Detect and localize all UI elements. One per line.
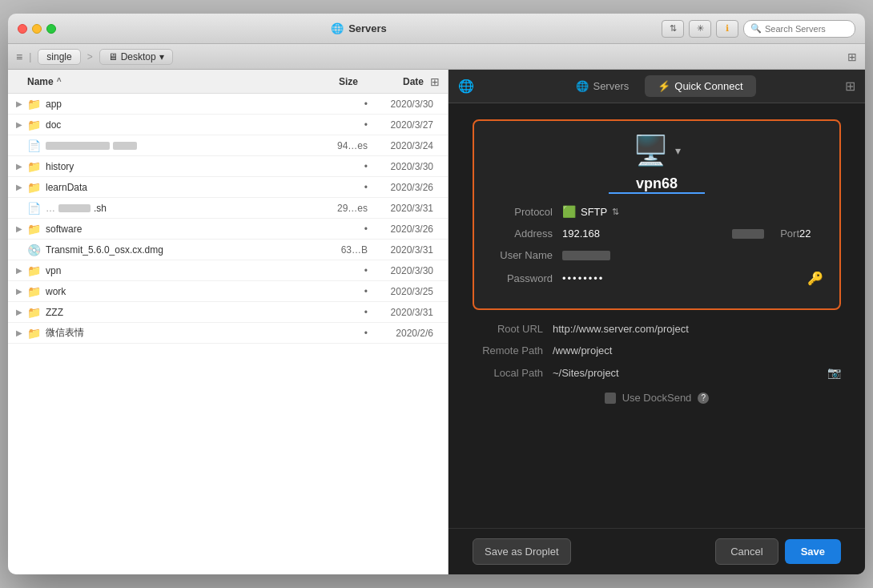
expand-icon[interactable]: ▶ (16, 183, 27, 191)
minimize-button[interactable] (32, 24, 42, 34)
folder-icon: 📁 (27, 285, 41, 298)
view-icon[interactable]: ⊞ (430, 75, 440, 88)
browse-icon[interactable]: 📷 (827, 366, 841, 379)
password-dots: •••••••• (562, 272, 604, 284)
protocol-arrows: ⇅ (612, 207, 619, 217)
username-label: User Name (490, 249, 562, 261)
tab-quick-connect[interactable]: ⚡ Quick Connect (645, 75, 755, 97)
remote-path-label: Remote Path (473, 344, 553, 356)
panel-grid-icon[interactable]: ⊞ (845, 79, 855, 94)
expand-icon[interactable]: ▶ (16, 99, 27, 108)
column-size: Size (294, 76, 358, 87)
server-name-input[interactable] (609, 175, 705, 194)
list-item[interactable]: ▶ 📁 微信表情 • 2020/2/6 (8, 323, 448, 344)
list-item[interactable]: ▶ 📁 app • 2020/3/30 (8, 94, 448, 115)
expand-icon[interactable]: ▶ (16, 308, 27, 316)
loc-sep-1: | (29, 51, 31, 62)
root-url-label: Root URL (473, 323, 553, 335)
list-item[interactable]: ▶ 📁 history • 2020/3/30 (8, 156, 448, 177)
single-breadcrumb[interactable]: single (38, 49, 80, 65)
blurred-filename-3 (58, 204, 91, 212)
sidebar-icon: ≡ (16, 50, 22, 63)
blurred-filename (46, 142, 110, 150)
username-blur (562, 251, 610, 260)
port-label: Port (780, 228, 799, 240)
tab-servers[interactable]: 🌐 Servers (563, 75, 642, 97)
folder-icon: 📁 (27, 327, 41, 340)
protocol-label: Protocol (490, 206, 562, 218)
expand-icon[interactable]: ▶ (16, 162, 27, 171)
list-item[interactable]: ▶ 📄 94…es 2020/3/24 (8, 135, 448, 156)
local-path-input[interactable] (553, 367, 827, 379)
blurred-filename-2 (113, 142, 137, 150)
protocol-icon: 🟩 (562, 205, 576, 218)
list-item[interactable]: ▶ 📁 vpn • 2020/3/30 (8, 260, 448, 281)
sort-indicator: ^ (57, 77, 62, 86)
expand-icon[interactable]: ▶ (16, 328, 27, 337)
save-button[interactable]: Save (785, 539, 841, 564)
root-url-input[interactable] (553, 323, 841, 335)
column-date: Date (358, 76, 430, 87)
quick-connect-icon: ⚡ (658, 80, 670, 92)
folder-icon: 📁 (27, 223, 41, 236)
file-list: ▶ 📁 app • 2020/3/30 ▶ 📁 doc • 2020/3/27 … (8, 94, 448, 574)
file-icon: 📄 (27, 202, 41, 215)
list-item[interactable]: ▶ 📁 work • 2020/3/25 (8, 281, 448, 302)
port-input[interactable] (799, 228, 823, 240)
folder-icon: 📁 (27, 160, 41, 173)
save-as-droplet-button[interactable]: Save as Droplet (473, 538, 571, 565)
dmg-icon: 💿 (27, 244, 41, 256)
breadcrumb-sep: > (87, 51, 93, 62)
info-btn[interactable]: ℹ (716, 20, 738, 38)
password-label: Password (490, 272, 562, 284)
key-icon[interactable]: 🔑 (807, 271, 823, 286)
view-toggle-button[interactable]: ⊞ (847, 50, 857, 63)
title-icon: 🌐 (331, 22, 344, 34)
sort-btn[interactable]: ⇅ (662, 20, 684, 38)
folder-icon: 📁 (27, 306, 41, 319)
expand-icon[interactable]: ▶ (16, 266, 27, 275)
list-item[interactable]: ▶ 📁 learnData • 2020/3/26 (8, 177, 448, 198)
server-hardware-icon: 🖥️ (633, 134, 669, 167)
protocol-select[interactable]: 🟩 SFTP ⇅ (562, 205, 619, 218)
help-icon[interactable]: ? (698, 393, 709, 404)
list-item[interactable]: ▶ 📁 doc • 2020/3/27 (8, 115, 448, 135)
breadcrumb-chevron: ▾ (159, 51, 164, 62)
search-bar[interactable]: 🔍 (743, 20, 855, 38)
search-input[interactable] (765, 24, 848, 34)
file-icon: 📄 (27, 139, 41, 152)
snowflake-btn[interactable]: ✳ (689, 20, 711, 38)
server-icon-chevron[interactable]: ▾ (675, 144, 681, 157)
desktop-breadcrumb[interactable]: 🖥 Desktop ▾ (99, 49, 173, 65)
protocol-value: SFTP (581, 206, 607, 218)
list-item[interactable]: ▶ 📁 ZZZ • 2020/3/31 (8, 302, 448, 323)
list-item[interactable]: ▶ 💿 Transmit_5.6.0_osx.cx.dmg 63…B 2020/… (8, 240, 448, 260)
desktop-label: Desktop (121, 51, 156, 62)
expand-icon[interactable]: ▶ (16, 287, 27, 296)
close-button[interactable] (18, 24, 27, 34)
expand-icon[interactable]: ▶ (16, 224, 27, 233)
folder-icon: 📁 (27, 119, 41, 131)
column-name[interactable]: Name ^ (27, 76, 294, 87)
folder-icon: 📁 (27, 98, 41, 111)
folder-icon: 📁 (27, 181, 41, 194)
list-item[interactable]: ▶ 📄 … .sh 29…es 2020/3/31 (8, 198, 448, 219)
window-title: Servers (348, 22, 387, 34)
single-label: single (46, 51, 71, 62)
quick-connect-label: Quick Connect (674, 80, 742, 92)
docksend-label: Use DockSend (622, 392, 692, 404)
address-label: Address (490, 228, 562, 240)
search-icon: 🔍 (750, 23, 762, 34)
local-path-label: Local Path (473, 367, 553, 379)
cancel-button[interactable]: Cancel (715, 538, 778, 565)
folder-icon: 📁 (27, 264, 41, 277)
expand-icon[interactable]: ▶ (16, 120, 27, 129)
docksend-checkbox[interactable] (605, 393, 616, 404)
desktop-icon: 🖥 (108, 51, 118, 62)
globe-icon[interactable]: 🌐 (458, 79, 474, 94)
remote-path-input[interactable] (553, 344, 841, 356)
list-item[interactable]: ▶ 📁 software • 2020/3/26 (8, 219, 448, 240)
maximize-button[interactable] (46, 24, 56, 34)
address-input[interactable] (562, 228, 729, 240)
address-blur (732, 229, 764, 239)
